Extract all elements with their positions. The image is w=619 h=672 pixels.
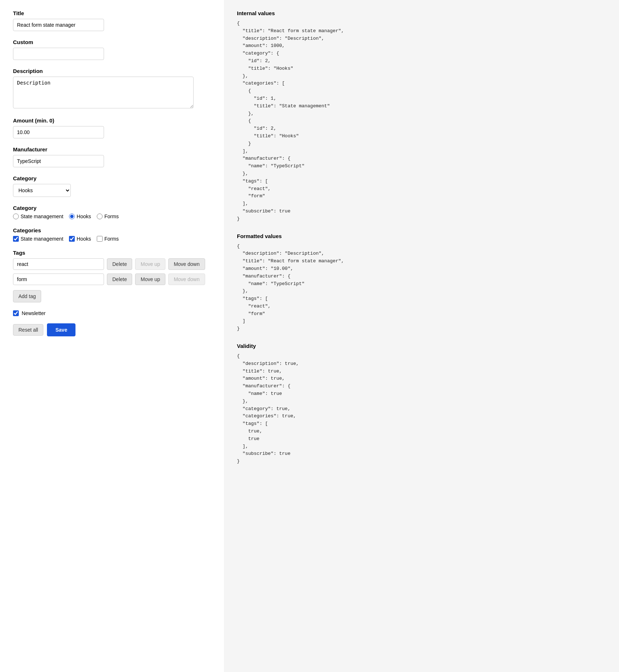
radio-label-state-management: State management	[21, 214, 63, 219]
formatted-values-code: { "description": "Description", "title":…	[237, 243, 606, 333]
manufacturer-field-group: Manufacturer	[13, 146, 211, 167]
checkbox-hooks[interactable]	[69, 236, 75, 242]
add-tag-button[interactable]: Add tag	[13, 290, 41, 302]
checkbox-state-management[interactable]	[13, 236, 19, 242]
internal-values-code: { "title": "React form state manager", "…	[237, 20, 606, 223]
radio-label-hooks: Hooks	[77, 214, 91, 219]
custom-input[interactable]	[13, 48, 104, 60]
newsletter-label: Newsletter	[22, 310, 46, 316]
radio-item-hooks[interactable]: Hooks	[69, 214, 91, 219]
checkbox-item-forms[interactable]: Forms	[97, 236, 119, 242]
tag-row-1: Delete Move up Move down	[13, 273, 211, 285]
custom-label: Custom	[13, 39, 211, 45]
radio-state-management[interactable]	[13, 214, 19, 219]
form-actions: Reset all Save	[13, 323, 211, 336]
newsletter-checkbox[interactable]	[13, 310, 19, 316]
tag-input-0[interactable]	[13, 258, 104, 270]
amount-input[interactable]	[13, 126, 104, 138]
category-radio-field-group: Category State management Hooks Forms	[13, 205, 211, 219]
category-radio-label: Category	[13, 205, 211, 211]
internal-values-section: Internal values { "title": "React form s…	[237, 10, 606, 223]
custom-field-group: Custom	[13, 39, 211, 60]
validity-code: { "description": true, "title": true, "a…	[237, 353, 606, 465]
newsletter-row: Newsletter	[13, 310, 211, 316]
tag-input-1[interactable]	[13, 273, 104, 285]
formatted-values-section: Formatted values { "description": "Descr…	[237, 233, 606, 333]
checkbox-item-state-management[interactable]: State management	[13, 236, 63, 242]
formatted-values-title: Formatted values	[237, 233, 606, 239]
internal-values-title: Internal values	[237, 10, 606, 16]
checkbox-item-hooks[interactable]: Hooks	[69, 236, 91, 242]
checkbox-label-forms: Forms	[104, 236, 119, 242]
description-textarea[interactable]: Description	[13, 77, 194, 108]
tag-move-up-button-0: Move up	[135, 258, 165, 270]
tag-delete-button-0[interactable]: Delete	[107, 258, 132, 270]
title-field-group: Title	[13, 10, 211, 31]
categories-field-group: Categories State management Hooks Forms	[13, 227, 211, 242]
save-button[interactable]: Save	[47, 323, 75, 336]
right-panel: Internal values { "title": "React form s…	[224, 0, 619, 672]
left-panel: Title Custom Description Description Amo…	[0, 0, 224, 672]
title-input[interactable]	[13, 19, 104, 31]
radio-item-state-management[interactable]: State management	[13, 214, 63, 219]
amount-field-group: Amount (min. 0)	[13, 117, 211, 138]
description-label: Description	[13, 68, 211, 74]
tag-delete-button-1[interactable]: Delete	[107, 273, 132, 285]
validity-title: Validity	[237, 343, 606, 349]
checkbox-label-state-management: State management	[21, 236, 63, 242]
checkbox-forms[interactable]	[97, 236, 103, 242]
radio-label-forms: Forms	[104, 214, 119, 219]
checkbox-label-hooks: Hooks	[77, 236, 91, 242]
manufacturer-label: Manufacturer	[13, 146, 211, 152]
radio-item-forms[interactable]: Forms	[97, 214, 119, 219]
radio-forms[interactable]	[97, 214, 103, 219]
categories-label: Categories	[13, 227, 211, 233]
description-field-group: Description Description	[13, 68, 211, 109]
tags-label: Tags	[13, 250, 211, 256]
validity-section: Validity { "description": true, "title":…	[237, 343, 606, 465]
category-select-label: Category	[13, 175, 211, 181]
title-label: Title	[13, 10, 211, 16]
category-select-field-group: Category State management Hooks Forms	[13, 175, 211, 197]
amount-label: Amount (min. 0)	[13, 117, 211, 124]
manufacturer-input[interactable]	[13, 155, 104, 167]
categories-checkbox-group: State management Hooks Forms	[13, 236, 211, 242]
tags-field-group: Tags Delete Move up Move down Delete Mov…	[13, 250, 211, 302]
reset-button[interactable]: Reset all	[13, 324, 43, 336]
tag-row-0: Delete Move up Move down	[13, 258, 211, 270]
radio-hooks[interactable]	[69, 214, 75, 219]
category-select[interactable]: State management Hooks Forms	[13, 184, 71, 197]
category-radio-group: State management Hooks Forms	[13, 214, 211, 219]
tag-move-down-button-0[interactable]: Move down	[168, 258, 205, 270]
tag-move-up-button-1[interactable]: Move up	[135, 273, 165, 285]
tag-move-down-button-1: Move down	[168, 273, 205, 285]
